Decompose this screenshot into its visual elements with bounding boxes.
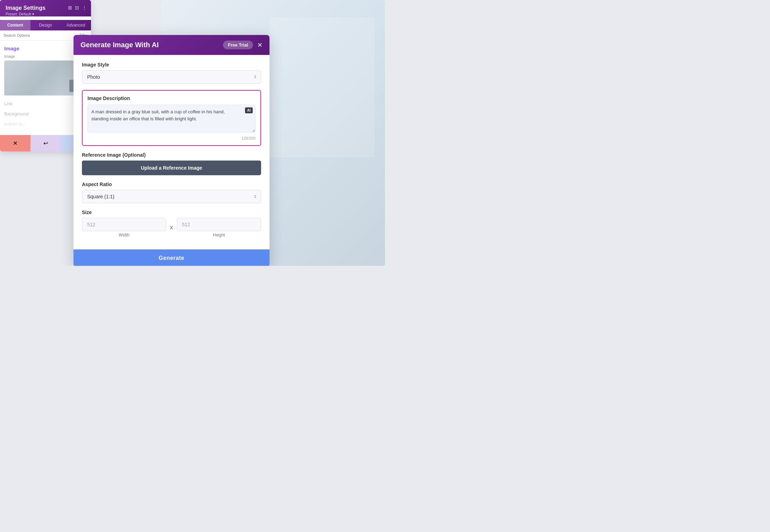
generate-button[interactable]: Generate: [74, 249, 270, 266]
height-input[interactable]: [177, 218, 261, 231]
undo-button[interactable]: ↩: [30, 135, 61, 151]
preset-selector[interactable]: Preset: Default ▾: [6, 12, 34, 16]
close-button[interactable]: ✕: [257, 42, 262, 48]
aspect-ratio-group: Aspect Ratio Square (1:1) Landscape (16:…: [82, 182, 261, 203]
width-label: Width: [82, 233, 166, 237]
description-textarea[interactable]: A man dressed in a gray blue suit, with …: [88, 105, 255, 133]
height-group: Height: [177, 218, 261, 237]
panel-tabs: Content Design Advanced: [0, 20, 91, 30]
aspect-ratio-select[interactable]: Square (1:1) Landscape (16:9) Portrait (…: [82, 190, 261, 203]
reference-image-label: Reference Image (Optional): [82, 152, 261, 158]
modal-header: Generate Image With AI Free Trial ✕: [74, 35, 270, 55]
free-trial-badge[interactable]: Free Trial: [223, 41, 253, 49]
cancel-button[interactable]: ✕: [0, 135, 30, 151]
image-style-group: Image Style Photo Illustration 3D Render…: [82, 62, 261, 84]
image-style-label: Image Style: [82, 62, 261, 68]
size-label: Size: [82, 210, 261, 215]
width-group: Width: [82, 218, 166, 237]
split-icon[interactable]: ⊟: [75, 5, 79, 10]
height-label: Height: [177, 233, 261, 237]
textarea-wrapper: A man dressed in a gray blue suit, with …: [88, 105, 255, 134]
modal-body: Image Style Photo Illustration 3D Render…: [74, 55, 270, 237]
reference-image-group: Reference Image (Optional) Upload a Refe…: [82, 152, 261, 175]
size-separator: X: [170, 225, 173, 230]
aspect-ratio-select-wrapper: Square (1:1) Landscape (16:9) Portrait (…: [82, 190, 261, 203]
size-row: Width X Height: [82, 218, 261, 237]
aspect-ratio-label: Aspect Ratio: [82, 182, 261, 187]
ai-badge[interactable]: AI: [245, 107, 253, 113]
generate-modal: Generate Image With AI Free Trial ✕ Imag…: [74, 35, 270, 266]
tab-content[interactable]: Content: [0, 20, 30, 30]
image-style-select[interactable]: Photo Illustration 3D Render Sketch: [82, 70, 261, 84]
upload-reference-button[interactable]: Upload a Reference Image: [82, 161, 261, 175]
modal-title: Generate Image With AI: [80, 41, 159, 49]
size-group: Size Width X Height: [82, 210, 261, 237]
background-image-content: [270, 17, 374, 157]
tab-advanced[interactable]: Advanced: [61, 20, 91, 30]
more-icon[interactable]: ⋮: [82, 5, 87, 10]
panel-subtitle: Preset: Default ▾: [6, 12, 85, 16]
image-style-select-wrapper: Photo Illustration 3D Render Sketch: [82, 70, 261, 84]
search-input[interactable]: [4, 33, 75, 37]
modal-footer: Generate: [74, 244, 270, 266]
modal-header-right: Free Trial ✕: [223, 41, 262, 49]
image-description-box: Image Description A man dressed in a gra…: [82, 90, 261, 146]
char-count: 128/200: [88, 136, 255, 140]
panel-header: Image Settings Preset: Default ▾ ⊞ ⊟ ⋮: [0, 0, 91, 16]
description-label: Image Description: [88, 95, 255, 101]
expand-icon[interactable]: ⊞: [68, 5, 72, 10]
panel-icons: ⊞ ⊟ ⋮: [68, 5, 87, 10]
tab-design[interactable]: Design: [30, 20, 61, 30]
width-input[interactable]: [82, 218, 166, 231]
